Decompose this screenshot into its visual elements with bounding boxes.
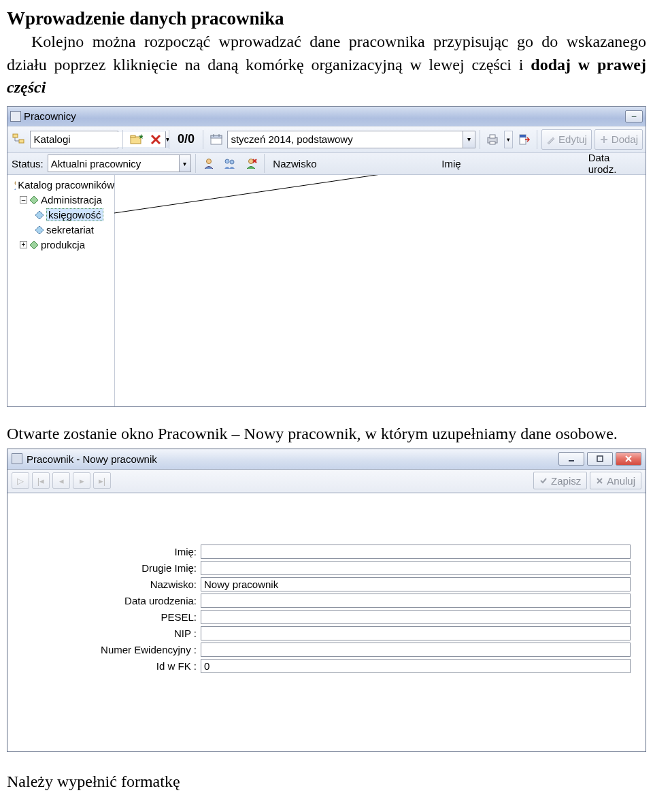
delete-icon[interactable] bbox=[148, 130, 165, 149]
row-drugie-imie: Drugie Imię: bbox=[7, 560, 646, 576]
svg-point-15 bbox=[225, 159, 229, 163]
edit-button-label: Edytuj bbox=[558, 133, 587, 145]
tree-root[interactable]: Katalog pracowników bbox=[7, 178, 114, 193]
status-combo[interactable]: ▾ bbox=[48, 155, 191, 172]
svg-text:★: ★ bbox=[138, 133, 143, 140]
label-pesel: PESEL: bbox=[7, 611, 201, 623]
org-tree: Katalog pracowników – Administracja księ… bbox=[7, 175, 115, 406]
form-app-icon bbox=[12, 453, 22, 464]
collapse-icon[interactable]: – bbox=[20, 196, 27, 204]
minimize-button[interactable]: – bbox=[625, 110, 643, 123]
status-label: Status: bbox=[10, 158, 45, 169]
input-nazwisko[interactable] bbox=[201, 577, 631, 591]
row-numer-ewidencyjny: Numer Ewidencyjny : bbox=[7, 642, 646, 658]
form-maximize-button[interactable] bbox=[587, 452, 613, 466]
tree-produkcja[interactable]: + produkcja bbox=[7, 238, 114, 253]
save-button[interactable]: Zapisz bbox=[533, 472, 587, 489]
column-data[interactable]: Data urodz. bbox=[584, 152, 643, 175]
status-combo-arrow[interactable]: ▾ bbox=[179, 155, 190, 172]
nav-prev-button[interactable]: ◂ bbox=[52, 472, 70, 489]
x-icon bbox=[596, 477, 603, 485]
label-imie: Imię: bbox=[7, 546, 201, 557]
filter-users-icon[interactable] bbox=[200, 154, 218, 173]
calendar-icon[interactable] bbox=[207, 130, 224, 149]
svg-rect-11 bbox=[490, 142, 495, 144]
tree-root-label: Katalog pracowników bbox=[18, 179, 114, 191]
new-folder-icon[interactable]: ★ bbox=[127, 130, 144, 149]
doc-open-window-paragraph: Otwarte zostanie okno Pracownik – Nowy p… bbox=[7, 425, 646, 443]
filter-bar: Status: ▾ Nazwisko Imię Data urodz. bbox=[7, 153, 646, 175]
row-data-urodzenia: Data urodzenia: bbox=[7, 593, 646, 609]
employee-form-titlebar[interactable]: Pracownik - Nowy pracownik bbox=[7, 449, 646, 470]
input-imie[interactable] bbox=[201, 545, 631, 559]
node-icon bbox=[35, 210, 44, 220]
svg-rect-13 bbox=[520, 135, 526, 137]
row-nip: NIP : bbox=[7, 626, 646, 642]
svg-point-14 bbox=[207, 159, 212, 164]
filter-remove-icon[interactable] bbox=[241, 154, 260, 173]
doc-intro-paragraph: Kolejno można rozpocząć wprowadzać dane … bbox=[7, 31, 646, 99]
catalogs-combo-input[interactable] bbox=[31, 132, 165, 147]
tree-ksiegowosc-label: księgowość bbox=[46, 208, 103, 221]
input-drugie-imie[interactable] bbox=[201, 561, 631, 575]
tree-administracja[interactable]: – Administracja bbox=[7, 193, 114, 208]
nav-next-button[interactable]: ▸ bbox=[73, 472, 90, 489]
employees-body: Katalog pracowników – Administracja księ… bbox=[7, 175, 646, 406]
label-id-fk: Id w FK : bbox=[7, 660, 201, 672]
form-close-button[interactable] bbox=[616, 452, 641, 466]
employees-titlebar[interactable]: Pracownicy – bbox=[7, 107, 646, 126]
form-minimize-button[interactable] bbox=[558, 452, 584, 466]
catalogs-combo[interactable]: ▾ bbox=[30, 131, 118, 148]
edit-button[interactable]: Edytuj bbox=[541, 129, 592, 150]
input-numer-ewidencyjny[interactable] bbox=[201, 643, 631, 657]
nav-prev-page-button[interactable]: |◂ bbox=[32, 472, 50, 489]
employees-grid[interactable] bbox=[115, 175, 646, 406]
row-pesel: PESEL: bbox=[7, 609, 646, 626]
print-icon[interactable] bbox=[484, 130, 501, 149]
tree-produkcja-label: produkcja bbox=[41, 239, 85, 250]
cancel-button-label: Anuluj bbox=[607, 475, 635, 487]
doc-footer: Należy wypełnić formatkę bbox=[7, 773, 646, 791]
period-combo-input[interactable] bbox=[228, 132, 463, 147]
column-nazwisko[interactable]: Nazwisko bbox=[269, 158, 435, 169]
tree-administracja-label: Administracja bbox=[41, 194, 102, 206]
employees-title: Pracownicy bbox=[24, 110, 76, 122]
input-nip[interactable] bbox=[201, 626, 631, 640]
column-imie[interactable]: Imię bbox=[437, 158, 581, 169]
tree-sekretariat[interactable]: sekretariat bbox=[7, 223, 114, 238]
svg-point-16 bbox=[230, 160, 234, 164]
print-dropdown[interactable]: ▾ bbox=[504, 131, 513, 148]
nav-first-button[interactable]: ▷ bbox=[12, 472, 29, 489]
employee-form-window: Pracownik - Nowy pracownik ▷ |◂ ◂ ▸ ▸| Z… bbox=[7, 449, 646, 752]
cancel-button[interactable]: Anuluj bbox=[590, 472, 641, 489]
tree-ksiegowosc[interactable]: księgowość bbox=[7, 208, 114, 223]
input-data-urodzenia[interactable] bbox=[201, 594, 631, 608]
folder-icon bbox=[29, 195, 39, 205]
add-button-label: Dodaj bbox=[612, 133, 638, 145]
export-icon[interactable] bbox=[516, 130, 533, 149]
status-combo-input[interactable] bbox=[48, 156, 179, 171]
row-id-fk: Id w FK : bbox=[7, 658, 646, 675]
employee-form-body: Imię: Drugie Imię: Nazwisko: Data urodze… bbox=[7, 493, 646, 751]
input-id-fk[interactable] bbox=[201, 659, 631, 673]
add-button[interactable]: Dodaj bbox=[595, 129, 643, 150]
folder-icon bbox=[29, 240, 39, 250]
expand-icon[interactable]: + bbox=[20, 241, 27, 248]
filter-group-icon[interactable] bbox=[221, 154, 239, 173]
svg-rect-3 bbox=[131, 135, 135, 137]
doc-heading: Wprowadzenie danych pracownika bbox=[7, 8, 646, 29]
row-imie: Imię: bbox=[7, 544, 646, 560]
nav-last-button[interactable]: ▸| bbox=[93, 472, 111, 489]
label-drugie-imie: Drugie Imię: bbox=[7, 562, 201, 574]
catalog-tree-icon[interactable] bbox=[10, 130, 27, 149]
input-pesel[interactable] bbox=[201, 610, 631, 624]
employee-form-title: Pracownik - Nowy pracownik bbox=[27, 453, 157, 465]
period-combo[interactable]: ▾ bbox=[227, 131, 475, 148]
employees-toolbar: ▾ ★ 0/0 ▾ ▾ Edytuj bbox=[7, 126, 646, 153]
period-combo-arrow[interactable]: ▾ bbox=[463, 131, 474, 148]
svg-rect-22 bbox=[597, 456, 603, 461]
label-nip: NIP : bbox=[7, 628, 201, 639]
label-nazwisko: Nazwisko: bbox=[7, 579, 201, 590]
label-data-urodzenia: Data urodzenia: bbox=[7, 595, 201, 606]
check-icon bbox=[539, 476, 548, 485]
